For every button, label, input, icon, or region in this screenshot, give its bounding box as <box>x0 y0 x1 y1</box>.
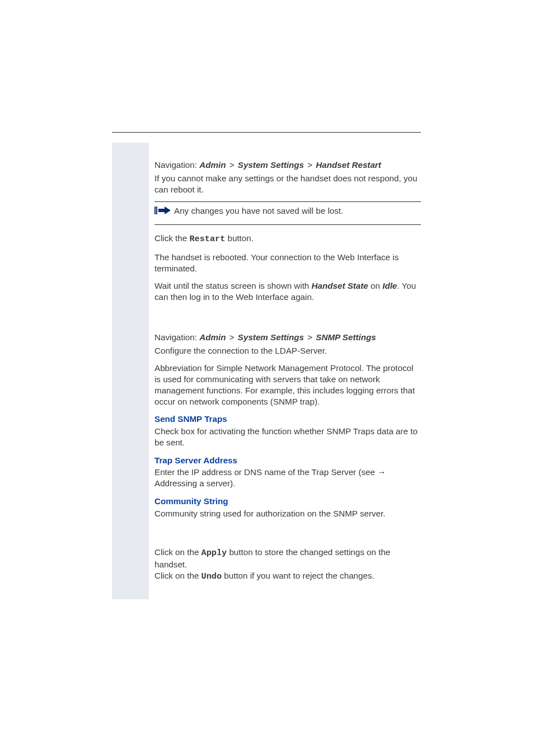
nav-part-snmp-settings: SNMP Settings <box>316 332 376 342</box>
note-box: Any changes you have not saved will be l… <box>154 201 421 225</box>
intro-text: If you cannot make any settings or the h… <box>154 173 421 195</box>
nav-snmp-settings: Navigation: Admin > System Settings > SN… <box>154 332 421 343</box>
idle-label: Idle <box>382 281 397 290</box>
nav-part-system-settings: System Settings <box>238 332 304 342</box>
nav-part-admin: Admin <box>199 160 226 170</box>
nav-sep: > <box>228 332 236 342</box>
nav-sep: > <box>306 160 313 170</box>
trap-suffix: Addressing a server). <box>154 478 235 488</box>
community-string-text: Community string used for authorization … <box>154 508 421 519</box>
nav-sep: > <box>306 332 313 342</box>
trap-server-text: Enter the IP address or DNS name of the … <box>154 467 421 489</box>
apply-button-label: Apply <box>202 548 227 558</box>
abbrev-text: Abbreviation for Simple Network Manageme… <box>154 363 421 407</box>
heading-trap-server-address: Trap Server Address <box>154 455 421 466</box>
rebooted-text: The handset is rebooted. Your connection… <box>154 252 421 274</box>
nav-handset-restart: Navigation: Admin > System Settings > Ha… <box>154 159 421 171</box>
restart-button-label: Restart <box>189 234 225 244</box>
configure-text: Configure the connection to the LDAP-Ser… <box>154 345 421 356</box>
right-arrow-icon: → <box>377 467 386 477</box>
undo-prefix: Click on the <box>154 571 202 580</box>
click-prefix: Click the <box>154 233 189 243</box>
nav-part-handset-restart: Handset Restart <box>316 160 381 170</box>
wait-mid: on <box>368 281 382 290</box>
heading-send-snmp-traps: Send SNMP Traps <box>154 414 421 425</box>
heading-community-string: Community String <box>154 496 421 507</box>
note-arrow-icon <box>154 205 171 214</box>
wait-prefix: Wait until the status screen is shown wi… <box>154 281 312 290</box>
nav-label: Navigation: <box>154 332 197 342</box>
nav-part-admin: Admin <box>199 332 226 342</box>
sidebar-column <box>112 143 149 599</box>
undo-button-label: Undo <box>202 571 222 581</box>
nav-label: Navigation: <box>154 160 197 170</box>
nav-part-system-settings: System Settings <box>238 160 304 170</box>
svg-marker-0 <box>158 206 171 214</box>
nav-sep: > <box>228 160 236 170</box>
send-snmp-text: Check box for activating the function wh… <box>154 426 421 448</box>
trap-prefix: Enter the IP address or DNS name of the … <box>154 467 377 477</box>
click-restart-text: Click the Restart button. <box>154 233 421 245</box>
main-column: Navigation: Admin > System Settings > Ha… <box>149 143 421 599</box>
handset-state-label: Handset State <box>312 281 368 290</box>
note-text: Any changes you have not saved will be l… <box>174 205 343 217</box>
wait-text: Wait until the status screen is shown wi… <box>154 280 421 303</box>
header-rule <box>112 132 421 133</box>
click-suffix: button. <box>225 233 254 243</box>
page: Navigation: Admin > System Settings > Ha… <box>0 0 534 756</box>
content-wrap: Navigation: Admin > System Settings > Ha… <box>112 143 421 599</box>
undo-text: Click on the Undo button if you want to … <box>154 570 421 583</box>
apply-prefix: Click on the <box>154 547 202 557</box>
undo-suffix: button if you want to reject the changes… <box>222 571 374 580</box>
apply-text: Click on the Apply button to store the c… <box>154 547 421 570</box>
